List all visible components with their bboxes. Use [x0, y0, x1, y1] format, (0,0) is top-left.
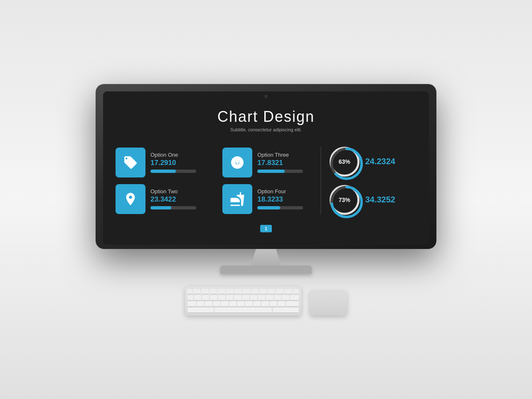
- option-two-card: Option Two 23.3422: [116, 184, 216, 214]
- monitor-neck: [249, 249, 283, 266]
- option-two-progress-bg: [150, 206, 196, 209]
- option-four-value: 18.3233: [257, 195, 316, 204]
- rocket-icon: [230, 155, 245, 170]
- option-three-card: Option Three 17.8321: [222, 148, 316, 177]
- keyboard: [185, 286, 301, 315]
- option-two-value: 23.3422: [150, 195, 216, 204]
- right-column: 63% 24.2324 73%: [320, 147, 416, 215]
- screen: Chart Design Subtitle, consectetur adipi…: [103, 91, 429, 245]
- page-title: Chart Design: [116, 108, 416, 126]
- option-four-progress-fill: [257, 206, 280, 209]
- gauge-one-item: 63% 24.2324: [330, 147, 395, 177]
- option-one-progress-bg: [150, 170, 196, 173]
- option-one-value: 17.2910: [150, 159, 216, 167]
- food-icon: [230, 192, 245, 207]
- option-one-progress-fill: [150, 170, 176, 173]
- title-section: Chart Design Subtitle, consectetur adipi…: [116, 108, 416, 132]
- flag-icon: [123, 192, 138, 207]
- option-two-icon-box: [116, 184, 145, 214]
- monitor-bezel: Chart Design Subtitle, consectetur adipi…: [103, 91, 429, 245]
- option-three-label: Option Three: [257, 152, 316, 158]
- monitor-base: [220, 266, 312, 274]
- monitor: Chart Design Subtitle, consectetur adipi…: [96, 84, 436, 249]
- option-one-label: Option One: [150, 152, 216, 158]
- option-three-info: Option Three 17.8321: [257, 152, 316, 173]
- pagination: 1: [116, 225, 416, 232]
- left-column: Option One 17.2910: [116, 148, 216, 214]
- gauge-two-item: 73% 34.3252: [330, 185, 395, 215]
- option-two-progress-fill: [150, 206, 171, 209]
- gauge-one-percent: 63%: [339, 158, 350, 165]
- option-three-icon-box: [222, 148, 252, 177]
- trackpad: [310, 291, 347, 315]
- desk-items: [185, 286, 347, 315]
- svg-point-0: [236, 159, 239, 164]
- option-four-info: Option Four 18.3233: [257, 188, 316, 209]
- option-four-progress-bg: [257, 206, 303, 209]
- option-one-info: Option One 17.2910: [150, 152, 216, 173]
- option-four-label: Option Four: [257, 188, 316, 195]
- option-four-icon-box: [222, 184, 252, 214]
- camera-dot: [264, 95, 268, 98]
- page-number: 1: [265, 226, 267, 231]
- option-three-progress-bg: [257, 170, 303, 173]
- dashboard-grid: Option One 17.2910: [116, 147, 416, 215]
- option-three-value: 17.8321: [257, 159, 316, 167]
- tag-icon: [123, 155, 138, 170]
- gauge-two-circle: 73%: [330, 185, 360, 215]
- gauge-two-value: 34.3252: [365, 195, 395, 204]
- option-four-card: Option Four 18.3233: [222, 184, 316, 214]
- gauge-two-percent: 73%: [339, 197, 350, 203]
- option-one-card: Option One 17.2910: [116, 148, 216, 177]
- option-one-icon-box: [116, 148, 145, 177]
- middle-column: Option Three 17.8321: [216, 148, 316, 214]
- page-indicator[interactable]: 1: [260, 225, 272, 232]
- option-three-progress-fill: [257, 170, 285, 173]
- gauge-one-circle: 63%: [330, 147, 360, 177]
- option-two-info: Option Two 23.3422: [150, 188, 216, 209]
- page-subtitle: Subtitle, consectetur adipiscing elit.: [116, 127, 416, 132]
- desktop-scene: Chart Design Subtitle, consectetur adipi…: [96, 84, 436, 315]
- gauge-one-value: 24.2324: [365, 157, 395, 166]
- option-two-label: Option Two: [150, 188, 216, 195]
